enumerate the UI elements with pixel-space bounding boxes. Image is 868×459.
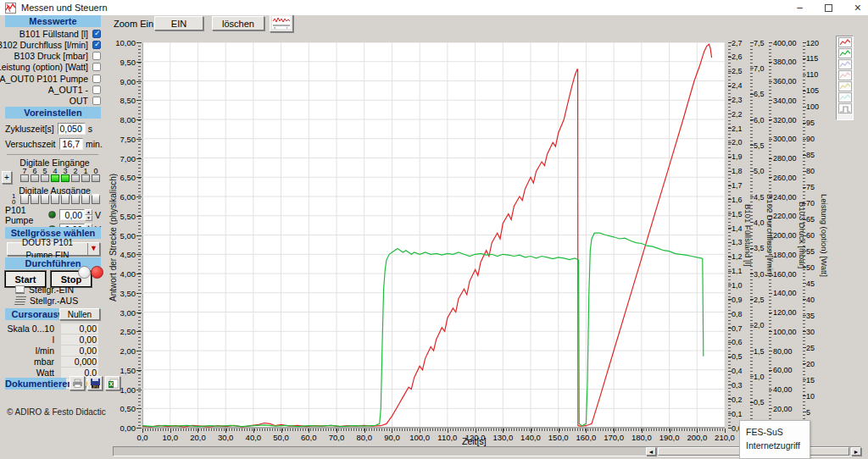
right-axis-tick-label: 140,00 — [773, 289, 797, 297]
digital-output-toggle-0[interactable] — [92, 194, 100, 204]
right-axis-tick-label: 115 — [806, 54, 818, 63]
right-axis-tick-label: 10 — [806, 392, 815, 401]
digital-output-toggle-3[interactable] — [61, 194, 70, 204]
right-axis-tick-label: 3,0 — [754, 270, 765, 279]
save-jpg-icon[interactable]: JPG — [87, 376, 103, 390]
right-axis-tick-label: 260,00 — [773, 174, 797, 182]
messwert-label: B102 Durchfluss [l/min] — [0, 40, 88, 50]
right-axis-tick-label: 25 — [806, 344, 815, 352]
cursor-row: l0,00 — [5, 334, 98, 345]
svg-text:s: s — [274, 25, 275, 30]
spinner-arrows[interactable]: ▲▼ — [85, 209, 92, 220]
right-axis-tick-label: 2,0 — [754, 321, 765, 329]
messwert-row: B101 Füllstand [l] — [5, 28, 101, 39]
pump-voltage-input[interactable]: 0,00 — [59, 209, 85, 220]
messwert-checkbox[interactable] — [92, 86, 101, 94]
signal-aus-icon[interactable] — [14, 296, 26, 305]
messwert-row: A_OUT0 P101 Pumpe — [5, 73, 101, 84]
x-axis-tick-label: 30,0 — [211, 433, 240, 442]
printer-icon[interactable] — [70, 376, 85, 390]
x-axis-tick-label: 90,0 — [377, 433, 406, 442]
messwert-row: B103 Druck [mbar] — [5, 51, 101, 62]
x-axis-tick-label: 160,0 — [571, 433, 600, 442]
right-axis-tick-label: 110 — [806, 70, 818, 79]
scroll-left-button[interactable]: ◄ — [646, 447, 656, 456]
curve-step-toggle-button[interactable] — [838, 103, 852, 113]
right-axis-tick-label: 7,0 — [754, 64, 765, 73]
messwert-label: A_OUT1 - — [48, 85, 88, 95]
right-axis-tick-label: 1,2 — [732, 252, 743, 261]
curve-yellow-toggle-button[interactable] — [838, 81, 852, 91]
curve-red-toggle-button[interactable] — [838, 37, 852, 47]
minimize-button[interactable]: – — [797, 2, 803, 14]
right-axis-tick-label: 380,00 — [773, 58, 797, 66]
stellgr-ein-label: Stellgr.-EIN — [29, 285, 74, 295]
maximize-button[interactable] — [825, 4, 832, 12]
right-axis-tick-label: 280,00 — [773, 154, 797, 163]
messwert-label: B101 Füllstand [l] — [19, 29, 88, 39]
right-axis-tick-label: 2,2 — [732, 110, 743, 119]
y-axis-tick-label: 4,50 — [108, 250, 136, 259]
right-axis-tick-label: 1,1 — [732, 267, 743, 275]
cursor-label: Watt — [5, 368, 61, 378]
messwert-checkbox[interactable] — [92, 97, 101, 105]
close-button[interactable]: × — [854, 2, 861, 14]
nullen-button[interactable]: Nullen — [59, 308, 100, 320]
ein-button[interactable]: EIN — [154, 16, 203, 30]
digital-output-toggle-7[interactable] — [20, 194, 29, 204]
digital-output-toggle-6[interactable] — [31, 194, 39, 204]
digital-input-led-4 — [51, 174, 59, 182]
right-axis-tick-label: 0,1 — [732, 410, 743, 418]
zykluszeit-label: Zykluszeit[s] — [5, 124, 54, 134]
right-axis-tick-label: 55 — [806, 247, 815, 256]
right-axis-tick-label: 100 — [806, 102, 819, 111]
right-axis-tick-label: 30 — [806, 328, 815, 336]
digital-output-toggle-4[interactable] — [51, 194, 59, 204]
cursor-row: Skala 0...100,00 — [5, 323, 98, 334]
right-axis-tick-label: 1,0 — [732, 281, 743, 290]
digital-output-toggle-1[interactable] — [81, 194, 90, 204]
messwert-checkbox[interactable] — [92, 41, 101, 49]
loeschen-button[interactable]: löschen — [212, 16, 264, 30]
expand-digital-button[interactable]: + — [2, 171, 12, 184]
scroll-right-button[interactable]: ► — [851, 447, 861, 456]
digital-output-toggle-5[interactable] — [41, 194, 49, 204]
curve-purple-toggle-button[interactable] — [838, 59, 852, 69]
right-axis-tick-label: 40,00 — [773, 385, 793, 394]
signal-ein-icon[interactable] — [15, 285, 25, 294]
y-axis-tick-label: 6,00 — [108, 192, 136, 202]
curve-cyan-toggle-button[interactable] — [838, 92, 852, 102]
right-axis-tick-label: 1,5 — [754, 347, 765, 356]
right-axis-tick-label: 2,7 — [732, 39, 743, 47]
zykluszeit-input[interactable]: 0,050 — [58, 123, 86, 135]
curve-pale-red-toggle-button[interactable] — [838, 70, 852, 80]
x-axis-tick-label: 140,0 — [516, 433, 545, 442]
chevron-down-icon[interactable]: ▼ — [87, 243, 99, 255]
x-axis-tick-label: 200,0 — [682, 433, 711, 442]
messwert-checkbox[interactable] — [92, 63, 101, 71]
curve-green-toggle-button[interactable] — [838, 48, 852, 58]
messwert-checkbox[interactable] — [92, 52, 101, 60]
cursor-value: 0,00 — [61, 324, 98, 334]
messwert-checkbox[interactable] — [92, 30, 101, 38]
right-axis-tick-label: 0,6 — [732, 338, 743, 346]
chart-plot-area[interactable] — [142, 42, 725, 429]
right-axis-tick-label: 0,4 — [732, 367, 743, 375]
right-axis-tick-label: 240,00 — [773, 193, 797, 202]
right-axis-tick-label: 35 — [806, 312, 815, 320]
right-axis-tick-label: 2,0 — [732, 138, 743, 147]
graph-display-icon[interactable]: st — [270, 14, 293, 32]
messwert-row: A_OUT1 - — [5, 85, 101, 96]
x-axis-tick-label: 150,0 — [544, 433, 573, 442]
digital-output-toggle-2[interactable] — [71, 194, 80, 204]
versuchszeit-input[interactable]: 16,7 — [59, 138, 83, 150]
messwert-checkbox[interactable] — [92, 75, 101, 83]
messwert-row: OUT — [5, 96, 101, 107]
stellgroesse-dropdown[interactable]: DOUT3 P101 Pumpe EIN ▼ — [7, 242, 100, 256]
right-axis-tick-label: 200,00 — [773, 231, 797, 240]
y-axis-tick-label: 5,50 — [108, 212, 136, 221]
right-axis-tick-label: 1,3 — [732, 238, 743, 246]
digital-input-led-5 — [41, 174, 49, 182]
y-axis-tick-label: 9,00 — [108, 77, 136, 86]
right-axis-tick-label: 95 — [806, 119, 815, 127]
